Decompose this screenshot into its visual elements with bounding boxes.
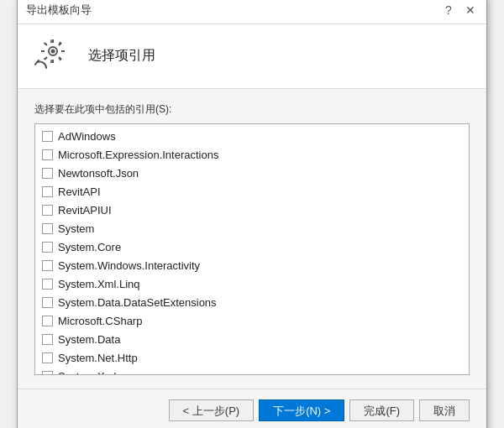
item-label-6: System.Core <box>58 241 121 253</box>
dialog: 导出模板向导 ? ✕ 选择项引用 选择要在此项中包括的引用(S): AdW <box>17 0 487 428</box>
checkbox-7[interactable] <box>42 260 53 271</box>
item-label-0: AdWindows <box>58 130 116 143</box>
list-item[interactable]: System <box>35 220 469 238</box>
checkbox-9[interactable] <box>42 297 53 308</box>
item-label-13: System.Xml <box>58 370 116 375</box>
next-button[interactable]: 下一步(N) > <box>259 399 344 421</box>
wizard-icon <box>34 36 75 76</box>
section-label: 选择要在此项中包括的引用(S): <box>34 102 470 117</box>
finish-button[interactable]: 完成(F) <box>349 399 414 421</box>
list-item[interactable]: RevitAPI <box>35 183 469 201</box>
list-item[interactable]: System.Data <box>35 331 469 349</box>
item-label-10: Microsoft.CSharp <box>58 315 142 327</box>
prev-button[interactable]: < 上一步(P) <box>169 399 255 421</box>
list-item[interactable]: System.Core <box>35 238 469 257</box>
item-label-9: System.Data.DataSetExtensions <box>58 296 217 309</box>
checkbox-0[interactable] <box>42 131 53 142</box>
list-item[interactable]: System.Net.Http <box>35 349 469 368</box>
item-label-4: RevitAPIUI <box>58 204 112 217</box>
list-item[interactable]: Newtonsoft.Json <box>35 164 469 183</box>
checkbox-5[interactable] <box>42 223 53 234</box>
checkbox-4[interactable] <box>42 205 53 216</box>
list-item[interactable]: System.Xml.Linq <box>35 275 469 294</box>
checkbox-10[interactable] <box>42 316 53 326</box>
svg-point-1 <box>51 49 55 53</box>
checkbox-2[interactable] <box>42 168 53 179</box>
header-area: 选择项引用 <box>18 24 486 89</box>
list-item[interactable]: AdWindows <box>35 128 469 146</box>
title-bar: 导出模板向导 ? ✕ <box>18 0 486 24</box>
list-item[interactable]: Microsoft.Expression.Interactions <box>35 146 469 164</box>
close-button[interactable]: ✕ <box>463 3 478 18</box>
item-label-3: RevitAPI <box>58 185 101 198</box>
list-item[interactable]: RevitAPIUI <box>35 201 469 220</box>
content-area: 选择要在此项中包括的引用(S): AdWindowsMicrosoft.Expr… <box>18 89 486 389</box>
list-item[interactable]: System.Xml <box>35 368 469 375</box>
references-list[interactable]: AdWindowsMicrosoft.Expression.Interactio… <box>34 123 470 375</box>
item-label-1: Microsoft.Expression.Interactions <box>58 149 218 161</box>
item-label-7: System.Windows.Interactivity <box>58 259 200 272</box>
checkbox-8[interactable] <box>42 279 53 290</box>
checkbox-6[interactable] <box>42 242 53 253</box>
help-button[interactable]: ? <box>441 3 456 18</box>
cancel-button[interactable]: 取消 <box>419 399 470 421</box>
list-item[interactable]: System.Data.DataSetExtensions <box>35 294 469 312</box>
checkbox-3[interactable] <box>42 186 53 197</box>
item-label-12: System.Net.Http <box>58 352 138 364</box>
checkbox-1[interactable] <box>42 149 53 160</box>
item-label-8: System.Xml.Linq <box>58 278 140 290</box>
checkbox-11[interactable] <box>42 334 53 345</box>
list-item[interactable]: System.Windows.Interactivity <box>35 257 469 275</box>
dialog-title: 导出模板向导 <box>26 3 92 18</box>
header-title: 选择项引用 <box>88 47 155 65</box>
checkbox-13[interactable] <box>42 371 53 375</box>
item-label-11: System.Data <box>58 333 120 346</box>
checkbox-12[interactable] <box>42 352 53 363</box>
item-label-2: Newtonsoft.Json <box>58 167 139 180</box>
footer: < 上一步(P) 下一步(N) > 完成(F) 取消 <box>18 389 486 429</box>
list-item[interactable]: Microsoft.CSharp <box>35 312 469 331</box>
item-label-5: System <box>58 222 94 235</box>
